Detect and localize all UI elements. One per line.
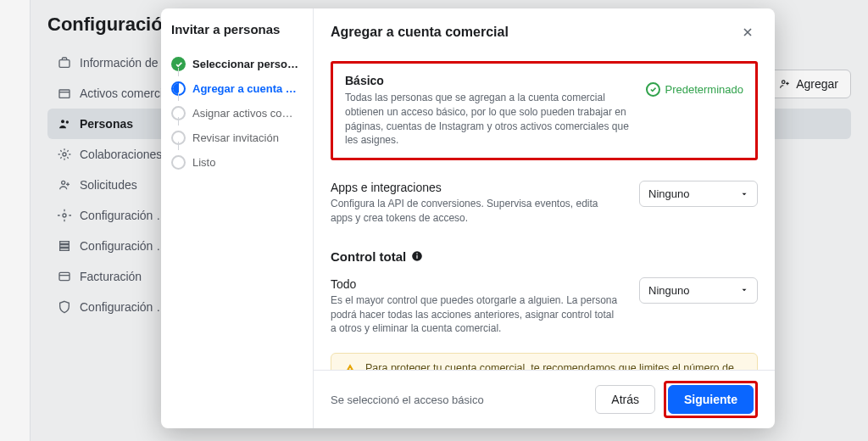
step-done[interactable]: Listo [171, 150, 303, 175]
modal-footer: Se seleccionó el acceso básico Atrás Sig… [314, 370, 775, 428]
step-label: Listo [192, 156, 215, 169]
option-apps-title: Apps e integraciones [331, 181, 622, 194]
chevron-down-icon [740, 286, 748, 294]
steps-column: Invitar a personas Seleccionar personas … [161, 8, 314, 428]
modal-main: Agregar a cuenta comercial Básico Todas … [314, 8, 775, 428]
step-assign-assets[interactable]: Asignar activos co… [171, 101, 303, 126]
warning-text: Para proteger tu cuenta comercial, te re… [365, 362, 745, 370]
default-badge: Predeterminado [646, 82, 744, 97]
step-select-people[interactable]: Seleccionar personas [171, 52, 303, 76]
footer-note: Se seleccionó el acceso básico [331, 394, 595, 406]
step-label: Seleccionar personas [192, 58, 303, 70]
option-apps-desc: Configura la API de conversiones. Superv… [331, 197, 622, 226]
step-review[interactable]: Revisar invitación [171, 126, 303, 150]
todo-select-value: Ninguno [648, 284, 689, 297]
option-todo-title: Todo [331, 277, 622, 291]
step-add-to-account[interactable]: Agregar a cuenta c… [171, 76, 303, 101]
steps-title: Invitar a personas [171, 22, 303, 36]
modal-title: Agregar a cuenta comercial [331, 25, 509, 40]
close-icon [741, 25, 754, 39]
chevron-down-icon [740, 190, 748, 198]
apps-select-value: Ninguno [648, 187, 689, 200]
svg-rect-13 [417, 255, 418, 259]
modal-header: Agregar a cuenta comercial [314, 8, 775, 53]
option-todo-row: Todo Es el mayor control que puedes otor… [331, 269, 758, 344]
modal-body: Básico Todas las personas que se agregan… [314, 53, 775, 370]
option-apps-row: Apps e integraciones Configura la API de… [331, 172, 758, 234]
step-label: Agregar a cuenta c… [192, 82, 303, 95]
check-ring-icon [646, 82, 660, 97]
todo-select[interactable]: Ninguno [639, 277, 758, 304]
next-button-highlight: Siguiente [664, 381, 758, 418]
warning-banner: Para proteger tu cuenta comercial, te re… [331, 353, 758, 370]
info-icon[interactable] [411, 250, 423, 262]
close-button[interactable] [737, 22, 758, 42]
circle-icon [171, 155, 186, 170]
default-badge-label: Predeterminado [665, 83, 744, 96]
option-basic-title: Básico [345, 74, 636, 87]
option-basic-desc: Todas las personas que se agregan a la c… [345, 91, 636, 148]
invite-modal: Invitar a personas Seleccionar personas … [161, 8, 775, 428]
back-button[interactable]: Atrás [595, 385, 655, 414]
warning-icon [343, 363, 357, 370]
next-button[interactable]: Siguiente [668, 385, 754, 414]
option-todo-desc: Es el mayor control que puedes otorgarle… [331, 293, 622, 336]
svg-point-14 [416, 254, 418, 255]
section-full-control: Control total [331, 249, 758, 264]
step-label: Revisar invitación [192, 131, 279, 144]
section-full-control-label: Control total [331, 249, 406, 264]
step-label: Asignar activos co… [192, 107, 293, 120]
option-basic[interactable]: Básico Todas las personas que se agregan… [331, 61, 758, 160]
apps-select[interactable]: Ninguno [639, 181, 758, 207]
